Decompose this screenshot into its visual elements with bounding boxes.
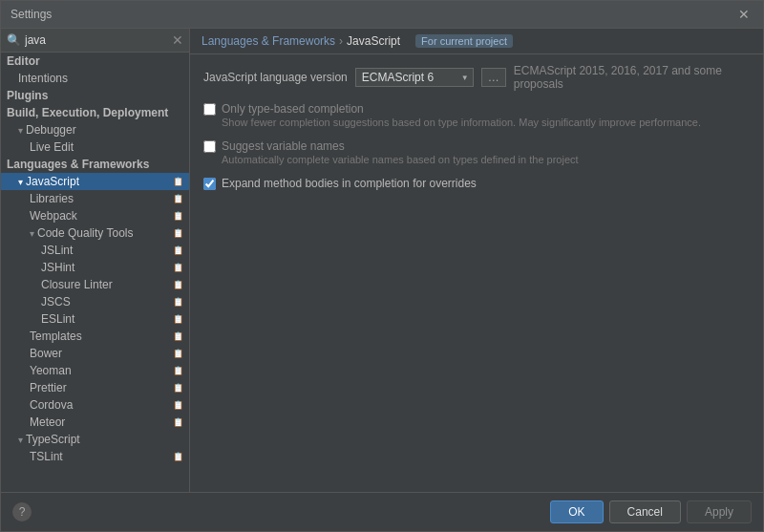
expand-method-checkbox[interactable] xyxy=(203,178,216,190)
main-content: 🔍 ✕ Editor Intentions Plugins xyxy=(1,29,763,492)
tree-badge: 📋 xyxy=(173,263,183,272)
type-completion-checkbox[interactable] xyxy=(203,103,216,116)
tree-item-tslint[interactable]: TSLint 📋 xyxy=(1,448,189,465)
breadcrumb: Languages & Frameworks › JavaScript For … xyxy=(190,29,763,54)
tree-item-code-quality[interactable]: ▾ Code Quality Tools 📋 xyxy=(1,224,189,242)
left-panel: 🔍 ✕ Editor Intentions Plugins xyxy=(1,29,190,492)
lang-version-row: JavaScript language version ECMAScript 5… xyxy=(203,64,750,91)
chevron-down-icon: ▾ xyxy=(30,228,34,239)
tree-item-jscs[interactable]: JSCS 📋 xyxy=(1,293,189,310)
button-group: OK Cancel Apply xyxy=(550,500,752,523)
tree-section-plugins[interactable]: Plugins xyxy=(1,87,189,104)
settings-dialog: Settings ✕ 🔍 ✕ Editor Intentions xyxy=(0,0,764,532)
tree-item-templates[interactable]: Templates 📋 xyxy=(1,328,189,345)
search-box: 🔍 ✕ xyxy=(1,29,189,53)
tree-section-build[interactable]: Build, Execution, Deployment xyxy=(1,104,189,121)
variable-names-desc: Automatically complete variable names ba… xyxy=(222,154,579,165)
tree-badge: 📋 xyxy=(173,314,183,324)
tree-item-debugger[interactable]: ▾ Debugger xyxy=(1,121,189,138)
tree-badge: 📋 xyxy=(173,417,183,427)
tree-badge: 📋 xyxy=(173,194,183,203)
type-completion-desc: Show fewer completion suggestions based … xyxy=(222,117,701,128)
option-variable-names: Suggest variable names Automatically com… xyxy=(203,139,750,165)
search-input[interactable] xyxy=(25,33,172,47)
chevron-down-icon: ▾ xyxy=(18,125,23,136)
tree-item-live-edit[interactable]: Live Edit xyxy=(1,138,189,156)
lang-version-select-wrapper: ECMAScript 5.1 ECMAScript 6 ECMAScript 2… xyxy=(355,68,474,87)
apply-button[interactable]: Apply xyxy=(687,500,752,523)
tree-badge: 📋 xyxy=(173,452,183,461)
tree-badge: 📋 xyxy=(173,211,183,221)
cancel-button[interactable]: Cancel xyxy=(609,500,681,523)
chevron-down-icon: ▾ xyxy=(18,177,23,187)
search-icon: 🔍 xyxy=(7,33,21,47)
more-options-button[interactable]: … xyxy=(481,68,506,87)
tree-item-javascript[interactable]: ▾ JavaScript 📋 xyxy=(1,173,189,190)
breadcrumb-languages[interactable]: Languages & Frameworks xyxy=(202,34,335,48)
lang-version-label: JavaScript language version xyxy=(203,71,348,84)
breadcrumb-tag: For current project xyxy=(415,34,513,48)
tree-item-meteor[interactable]: Meteor 📋 xyxy=(1,414,189,431)
tree-badge: 📋 xyxy=(173,228,183,238)
ecma-hint: ECMAScript 2015, 2016, 2017 and some pro… xyxy=(514,64,750,91)
tree-item-bower[interactable]: Bower 📋 xyxy=(1,345,189,362)
tree-item-prettier[interactable]: Prettier 📋 xyxy=(1,379,189,396)
tree-badge: 📋 xyxy=(173,383,183,393)
variable-names-checkbox[interactable] xyxy=(203,140,216,153)
dialog-title: Settings xyxy=(11,8,52,21)
tree-item-closure-linter[interactable]: Closure Linter 📋 xyxy=(1,276,189,293)
tree-section-languages[interactable]: Languages & Frameworks xyxy=(1,156,189,173)
option-type-completion: Only type-based completion Show fewer co… xyxy=(203,102,750,128)
breadcrumb-javascript: JavaScript xyxy=(347,34,400,48)
lang-version-select[interactable]: ECMAScript 5.1 ECMAScript 6 ECMAScript 2… xyxy=(355,68,474,87)
search-clear-button[interactable]: ✕ xyxy=(172,32,183,48)
tree-item-intentions[interactable]: Intentions xyxy=(1,70,189,87)
tree-item-yeoman[interactable]: Yeoman 📋 xyxy=(1,362,189,379)
expand-method-label: Expand method bodies in completion for o… xyxy=(222,177,477,190)
tree-item-jslint[interactable]: JSLint 📋 xyxy=(1,242,189,259)
right-panel: Languages & Frameworks › JavaScript For … xyxy=(190,29,763,492)
settings-area: JavaScript language version ECMAScript 5… xyxy=(190,54,763,492)
tree-item-eslint[interactable]: ESLint 📋 xyxy=(1,310,189,328)
tree-badge: 📋 xyxy=(173,400,183,410)
tree-badge: 📋 xyxy=(173,349,183,358)
breadcrumb-separator: › xyxy=(339,34,343,48)
option-expand-method: Expand method bodies in completion for o… xyxy=(203,177,750,190)
tree-badge: 📋 xyxy=(173,245,183,255)
ok-button[interactable]: OK xyxy=(550,500,603,523)
bottom-bar: ? OK Cancel Apply xyxy=(1,492,763,531)
tree-item-typescript[interactable]: ▾ TypeScript xyxy=(1,431,189,448)
tree-badge: 📋 xyxy=(173,331,183,341)
tree-section-editor[interactable]: Editor xyxy=(1,53,189,70)
tree-badge: 📋 xyxy=(173,177,183,186)
title-bar: Settings ✕ xyxy=(1,1,763,29)
settings-tree: Editor Intentions Plugins Build, Executi… xyxy=(1,53,189,492)
tree-item-libraries[interactable]: Libraries 📋 xyxy=(1,190,189,207)
variable-names-label: Suggest variable names xyxy=(222,139,579,153)
chevron-down-icon: ▾ xyxy=(18,435,23,445)
tree-badge: 📋 xyxy=(173,297,183,307)
tree-item-jshint[interactable]: JSHint 📋 xyxy=(1,259,189,276)
tree-badge: 📋 xyxy=(173,280,183,289)
close-button[interactable]: ✕ xyxy=(734,7,753,22)
type-completion-label: Only type-based completion xyxy=(222,102,701,116)
tree-badge: 📋 xyxy=(173,366,183,375)
tree-item-webpack[interactable]: Webpack 📋 xyxy=(1,207,189,224)
tree-item-cordova[interactable]: Cordova 📋 xyxy=(1,396,189,414)
help-button[interactable]: ? xyxy=(12,502,32,521)
